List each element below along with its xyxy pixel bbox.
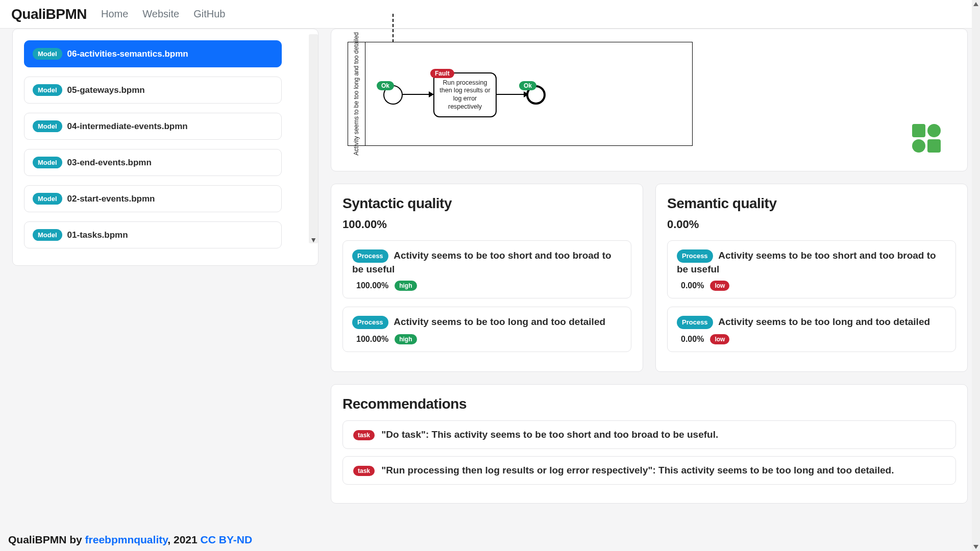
semantic-item[interactable]: Process Activity seems to be too short a… <box>667 240 956 298</box>
footer-mid: , 2021 <box>167 534 200 545</box>
semantic-item-pct: 0.00% <box>681 281 704 290</box>
footer-prefix: QualiBPMN by <box>8 534 85 545</box>
model-item-02[interactable]: Model 02-start-events.bpmn <box>24 185 282 212</box>
rec-message: : This activity seems to be too short an… <box>426 429 718 440</box>
model-pill: Model <box>33 193 62 205</box>
recommendations-panel: Recommendations task "Do task": This act… <box>331 384 968 504</box>
level-badge: high <box>395 281 416 291</box>
model-item-01[interactable]: Model 01-tasks.bpmn <box>24 221 282 248</box>
model-name: 02-start-events.bpmn <box>67 194 155 204</box>
page-scrollbar[interactable] <box>972 0 980 551</box>
semantic-overall-pct: 0.00% <box>667 218 956 231</box>
nav-link-website[interactable]: Website <box>142 8 179 20</box>
recs-title: Recommendations <box>342 396 956 412</box>
syntactic-item-text: Activity seems to be too short and too b… <box>352 250 611 274</box>
model-item-04[interactable]: Model 04-intermediate-events.bpmn <box>24 113 282 140</box>
model-pill: Model <box>33 48 62 60</box>
footer: QualiBPMN by freebpmnquality, 2021 CC BY… <box>8 534 252 546</box>
recommendation-item[interactable]: task "Run processing then log results or… <box>342 456 956 485</box>
model-name: 03-end-events.bpmn <box>67 158 152 168</box>
task-pill: task <box>353 466 375 476</box>
semantic-item[interactable]: Process Activity seems to be too long an… <box>667 307 956 352</box>
level-badge: low <box>710 334 729 344</box>
ok-badge: Ok <box>519 81 536 90</box>
rec-message: : This activity seems to be too long and… <box>652 465 894 475</box>
syntactic-quality-panel: Syntactic quality 100.00% Process Activi… <box>331 184 643 372</box>
model-name: 05-gateways.bpmn <box>67 85 145 95</box>
process-pill: Process <box>677 249 713 263</box>
svg-rect-1 <box>927 139 941 153</box>
process-pill: Process <box>352 249 388 263</box>
model-name: 01-tasks.bpmn <box>67 230 128 240</box>
model-item-06[interactable]: Model 06-activities-semantics.bpmn <box>24 40 282 67</box>
sidebar-scroll-down-icon[interactable]: ▼ <box>310 236 317 244</box>
diagram-panel: Activity seems to be too long and too de… <box>331 29 968 171</box>
semantic-item-text: Activity seems to be too short and too b… <box>677 250 936 274</box>
rec-target: "Run processing then log results or log … <box>381 465 652 475</box>
svg-rect-0 <box>912 124 925 137</box>
syntactic-title: Syntactic quality <box>342 195 631 212</box>
nav-link-home[interactable]: Home <box>101 8 128 20</box>
syntactic-item-pct: 100.00% <box>356 335 388 344</box>
fault-badge: Fault <box>430 69 454 78</box>
model-item-05[interactable]: Model 05-gateways.bpmn <box>24 77 282 104</box>
model-pill: Model <box>33 120 62 132</box>
level-badge: low <box>710 281 729 291</box>
semantic-item-text: Activity seems to be too long and too de… <box>718 316 930 327</box>
model-name: 06-activities-semantics.bpmn <box>67 49 188 59</box>
svg-point-2 <box>927 124 941 137</box>
svg-point-3 <box>912 139 925 153</box>
process-pill: Process <box>352 316 388 329</box>
syntactic-item-text: Activity seems to be too long and too de… <box>394 316 605 327</box>
semantic-title: Semantic quality <box>667 195 956 212</box>
rec-target: "Do task" <box>381 429 426 440</box>
task-pill: task <box>353 430 375 440</box>
model-pill: Model <box>33 84 62 96</box>
brand[interactable]: QualiBPMN <box>11 6 87 22</box>
model-name: 04-intermediate-events.bpmn <box>67 121 188 132</box>
sidebar-scrollbar[interactable] <box>309 34 318 243</box>
process-pill: Process <box>677 316 713 329</box>
semantic-quality-panel: Semantic quality 0.00% Process Activity … <box>655 184 968 372</box>
ok-badge: Ok <box>377 81 394 90</box>
syntactic-item-pct: 100.00% <box>356 281 388 290</box>
puzzle-piece-icon[interactable] <box>911 123 942 154</box>
syntactic-item[interactable]: Process Activity seems to be too short a… <box>342 240 631 298</box>
pool-label: Activity seems to be too long and too de… <box>348 42 365 145</box>
footer-author-link[interactable]: freebpmnquality <box>85 534 168 545</box>
model-list-panel: Model 06-activities-semantics.bpmn Model… <box>12 29 318 266</box>
recommendation-item[interactable]: task "Do task": This activity seems to b… <box>342 420 956 449</box>
bpmn-diagram: Activity seems to be too long and too de… <box>348 14 695 146</box>
syntactic-item[interactable]: Process Activity seems to be too long an… <box>342 307 631 352</box>
bpmn-task: Run processing then log results or log e… <box>433 72 497 117</box>
syntactic-overall-pct: 100.00% <box>342 218 631 231</box>
semantic-item-pct: 0.00% <box>681 335 704 344</box>
sequence-flow <box>497 94 528 95</box>
nav-link-github[interactable]: GitHub <box>193 8 225 20</box>
level-badge: high <box>395 334 416 344</box>
model-pill: Model <box>33 229 62 241</box>
sequence-flow <box>403 94 433 95</box>
footer-license-link[interactable]: CC BY-ND <box>201 534 253 545</box>
model-pill: Model <box>33 157 62 168</box>
model-item-03[interactable]: Model 03-end-events.bpmn <box>24 149 282 176</box>
